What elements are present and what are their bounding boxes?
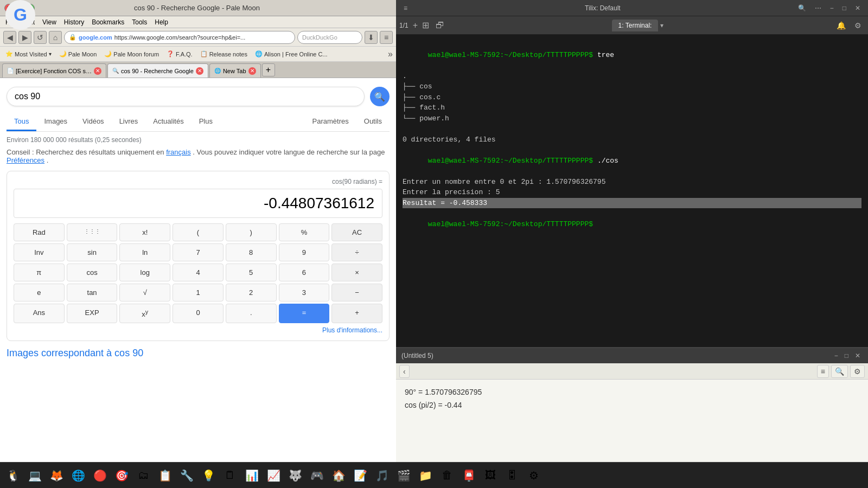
gnote-close[interactable]: ✕ <box>853 351 863 361</box>
bookmark-most-visited[interactable]: ⭐ Most Visited ▾ <box>3 49 54 59</box>
taskbar-home[interactable]: 🏠 <box>329 466 348 485</box>
tab-close-button-2[interactable]: ✕ <box>196 67 203 75</box>
calc-btn-rad[interactable]: Rad <box>14 223 65 241</box>
new-tab-button[interactable]: + <box>262 63 275 76</box>
tilix-search-btn[interactable]: 🔍 <box>796 3 808 13</box>
taskbar-app-manager[interactable]: 🐧 <box>3 466 23 485</box>
bookmark-alison[interactable]: 🌐 Alison | Free Online C... <box>253 49 330 59</box>
taskbar-idea[interactable]: 💡 <box>199 466 218 485</box>
calc-btn-ans[interactable]: Ans <box>14 304 65 323</box>
menu-bookmarks[interactable]: Bookmarks <box>88 17 127 27</box>
menu-view[interactable]: View <box>39 17 60 27</box>
taskbar-game2[interactable]: 🎮 <box>307 466 327 485</box>
nav-btn-tl[interactable]: 🗗 <box>436 21 444 30</box>
menu-help[interactable]: Help <box>151 17 171 27</box>
calc-btn-dot[interactable]: . <box>226 304 277 323</box>
calc-btn-pi[interactable]: π <box>14 264 65 281</box>
images-heading[interactable]: Images correspondant à cos 90 <box>7 348 390 359</box>
calc-btn-e[interactable]: e <box>14 284 65 301</box>
taskbar-files[interactable]: 🗂 <box>133 466 153 485</box>
tab-parametres[interactable]: Paramètres <box>305 113 356 131</box>
tab-plus[interactable]: Plus <box>192 113 220 131</box>
calc-btn-tan[interactable]: tan <box>67 284 118 301</box>
calc-btn-minus[interactable]: − <box>331 284 382 301</box>
calc-btn-rparen[interactable]: ) <box>226 223 277 241</box>
tab-tous[interactable]: Tous <box>7 113 36 131</box>
bookmark-pale-moon-forum[interactable]: 🌙 Pale Moon forum <box>102 49 161 59</box>
home-button[interactable]: ⌂ <box>49 31 62 44</box>
taskbar-editor[interactable]: 📝 <box>350 466 370 485</box>
taskbar-chart[interactable]: 📈 <box>264 466 283 485</box>
conseil-prefs-link[interactable]: Préférences <box>7 156 44 164</box>
bookmark-release-notes[interactable]: 📋 Release notes <box>198 49 250 59</box>
tab-images[interactable]: Images <box>36 113 75 131</box>
bookmarks-more[interactable]: » <box>388 49 393 59</box>
tab-actualites[interactable]: Actualités <box>145 113 191 131</box>
calc-btn-ln[interactable]: ln <box>119 243 170 261</box>
tilix-more-btn[interactable]: ⋯ <box>813 3 824 13</box>
back-button[interactable]: ◀ <box>3 31 16 44</box>
calc-btn-percent[interactable]: % <box>279 223 330 241</box>
taskbar-mixer[interactable]: 🎛 <box>502 466 522 485</box>
tilix-close-btn[interactable]: ✕ <box>853 3 863 13</box>
taskbar-opera[interactable]: 🔴 <box>90 466 110 485</box>
taskbar-folder[interactable]: 📁 <box>416 466 435 485</box>
calc-btn-ac[interactable]: AC <box>331 223 382 241</box>
calc-btn-sqrt[interactable]: √ <box>119 284 170 301</box>
calc-btn-divide[interactable]: ÷ <box>331 243 382 261</box>
taskbar-image[interactable]: 🖼 <box>481 466 500 485</box>
calc-btn-4[interactable]: 4 <box>173 264 224 281</box>
tilix-maximize-btn[interactable]: □ <box>840 3 848 13</box>
conseil-link-francais[interactable]: français <box>166 148 191 156</box>
calc-btn-3[interactable]: 3 <box>279 284 330 301</box>
search-input[interactable] <box>15 92 356 101</box>
reload-button[interactable]: ↺ <box>34 31 47 44</box>
forward-button[interactable]: ▶ <box>18 31 31 44</box>
calc-btn-power[interactable]: xy <box>119 304 170 323</box>
calc-btn-equals[interactable]: = <box>279 304 330 323</box>
calc-btn-6[interactable]: 6 <box>279 264 330 281</box>
taskbar-notepad[interactable]: 🗒 <box>220 466 240 485</box>
terminal-dropdown[interactable]: ▾ <box>658 22 666 29</box>
taskbar-game[interactable]: 🐺 <box>285 466 305 485</box>
calc-btn-7[interactable]: 7 <box>173 243 224 261</box>
taskbar-video[interactable]: 🎬 <box>394 466 413 485</box>
gnote-back-btn[interactable]: ‹ <box>399 365 410 378</box>
tilix-minimize-btn[interactable]: − <box>828 3 836 13</box>
taskbar-trash[interactable]: 🗑 <box>437 466 457 485</box>
gnote-restore[interactable]: □ <box>843 351 851 361</box>
terminal-settings-btn[interactable]: 🔔 <box>833 20 849 31</box>
tilix-menu-btn[interactable]: ≡ <box>401 3 410 13</box>
taskbar-firefox[interactable]: 🦊 <box>47 466 66 485</box>
gnote-search-btn[interactable]: 🔍 <box>831 365 848 378</box>
calc-btn-1[interactable]: 1 <box>173 284 224 301</box>
calc-btn-0[interactable]: 0 <box>173 304 224 323</box>
calc-btn-grid[interactable]: ⋮⋮⋮ <box>67 223 118 241</box>
terminal-close-btn[interactable]: ⚙ <box>851 20 865 31</box>
search-button[interactable]: 🔍 <box>370 87 390 106</box>
search-bar[interactable]: DuckDuckGo <box>297 31 362 44</box>
taskbar-spreadsheet[interactable]: 📊 <box>242 466 261 485</box>
tab-new[interactable]: 🌐 New Tab ✕ <box>209 63 261 78</box>
gnote-minimize[interactable]: − <box>832 351 840 361</box>
tab-close-button[interactable]: ✕ <box>94 67 101 75</box>
taskbar-chromium[interactable]: 🌐 <box>68 466 88 485</box>
calc-btn-multiply[interactable]: × <box>331 264 382 281</box>
taskbar-music[interactable]: 🎵 <box>372 466 392 485</box>
calc-btn-2[interactable]: 2 <box>226 284 277 301</box>
calc-btn-inv[interactable]: Inv <box>14 243 65 261</box>
search-box[interactable] <box>7 87 365 106</box>
address-bar[interactable]: 🔒 google.com https://www.google.com/sear… <box>64 31 295 44</box>
taskbar-app5[interactable]: 🎯 <box>112 466 131 485</box>
taskbar-mail[interactable]: 📮 <box>459 466 478 485</box>
downloads-button[interactable]: ⬇ <box>365 31 378 44</box>
tab-livres[interactable]: Livres <box>112 113 146 131</box>
more-button[interactable]: ≡ <box>380 31 393 44</box>
terminal-area[interactable]: wael@wael-MS-7592:~/Desktop/TTTTTPPPPP$ … <box>396 35 868 347</box>
calc-btn-sin[interactable]: sin <box>67 243 118 261</box>
tab-outils[interactable]: Outils <box>356 113 390 131</box>
tab-exercice[interactable]: 📄 [Exercice] Fonction COS sans ... ✕ <box>2 63 106 78</box>
calc-btn-9[interactable]: 9 <box>279 243 330 261</box>
calc-btn-5[interactable]: 5 <box>226 264 277 281</box>
taskbar-tools[interactable]: 🔧 <box>177 466 196 485</box>
